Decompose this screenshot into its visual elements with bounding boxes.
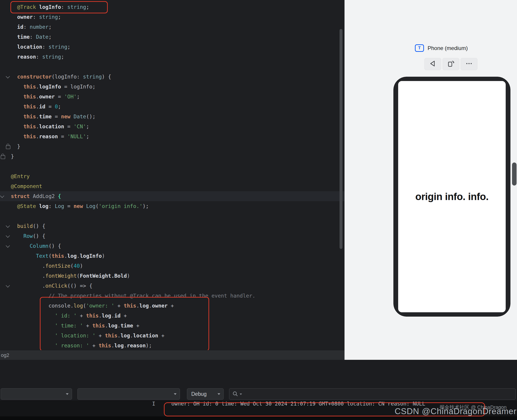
code-line[interactable]: ' location: ' + this.log.location +	[0, 331, 344, 341]
code-line[interactable]: // The properties without @Track can be …	[0, 291, 344, 301]
code-line[interactable]	[0, 62, 344, 72]
console-output-row[interactable]: I owner: OH id: 0 time: Wed Oct 30 2024 …	[0, 401, 517, 417]
code-line[interactable]: this.time = new Date();	[0, 112, 344, 121]
preview-text[interactable]: origin info. info.	[415, 191, 488, 202]
log-level-combobox[interactable]: Debug	[187, 388, 224, 400]
code-line[interactable]: this.location = 'CN';	[0, 121, 344, 131]
code-editor[interactable]: @Track logInfo: string; owner: string; i…	[0, 0, 344, 350]
fold-chevron-icon[interactable]	[6, 74, 10, 78]
code-line[interactable]: Text(this.log.logInfo)	[0, 251, 344, 261]
code-line[interactable]: Column() {	[0, 241, 344, 251]
code-line[interactable]: Row() {	[0, 231, 344, 241]
code-line[interactable]: reason: string;	[0, 52, 344, 62]
log-level-value: Debug	[191, 389, 207, 399]
code-line[interactable]: constructor(logInfo: string) {	[0, 72, 344, 82]
code-line[interactable]: .fontWeight(FontWeight.Bold)	[0, 271, 344, 281]
bottom-edge	[0, 416, 517, 420]
log-level-badge: I	[152, 401, 155, 407]
code-line[interactable]: console.log('owner: ' + this.log.owner +	[0, 301, 344, 311]
device-type-icon: T	[415, 44, 424, 52]
code-line[interactable]: }	[0, 151, 344, 161]
code-line[interactable]: .onClick(() => {	[0, 281, 344, 291]
log-search-field[interactable]	[229, 388, 516, 400]
code-line[interactable]: this.reason = 'NULL';	[0, 131, 344, 142]
editor-scrollbar[interactable]	[340, 29, 342, 249]
previewer-panel: T Phone (medium) origin info. info.	[344, 0, 517, 360]
code-line[interactable]: this.id = 0;	[0, 102, 344, 112]
config-combobox-2[interactable]	[77, 388, 180, 400]
device-label: Phone (medium)	[428, 44, 468, 52]
editor-gutter	[0, 0, 11, 350]
back-button[interactable]	[425, 58, 441, 70]
watermark-csdn: CSDN @ChinaDragonDreamer	[395, 407, 517, 416]
code-line[interactable]: ' reason: ' + this.log.reason);	[0, 341, 344, 350]
code-line[interactable]: ' time: ' + this.log.time +	[0, 321, 344, 331]
debug-tool-window: Debug I owner: OH id: 0 time: Wed Oct 30…	[0, 360, 517, 420]
code-line[interactable]: owner: string;	[0, 12, 344, 22]
debug-tab-strip: og2	[0, 350, 344, 360]
fold-chevron-icon[interactable]	[6, 243, 10, 248]
code-line[interactable]: location: string;	[0, 42, 344, 52]
code-line[interactable]: @Component	[0, 181, 344, 191]
previewer-scrollbar[interactable]	[512, 163, 517, 186]
ide-window: @Track logInfo: string; owner: string; i…	[0, 0, 517, 420]
code-line[interactable]: @State log: Log = new Log('origin info.'…	[0, 201, 344, 211]
fold-chevron-icon[interactable]	[6, 283, 10, 287]
console-log-text: owner: OH id: 0 time: Wed Oct 30 2024 21…	[171, 401, 425, 407]
code-line[interactable]: this.logInfo = logInfo;	[0, 82, 344, 92]
code-line[interactable]: .fontSize(40)	[0, 261, 344, 271]
code-line[interactable]: id: number;	[0, 22, 344, 32]
search-icon	[232, 391, 238, 398]
fold-chevron-icon[interactable]	[0, 194, 4, 198]
code-line[interactable]: ' id: ' + this.log.id +	[0, 311, 344, 321]
code-line[interactable]: }	[0, 142, 344, 151]
tab-addlog2[interactable]: og2	[1, 350, 9, 360]
chevron-down-icon	[66, 393, 68, 395]
chevron-down-icon	[174, 393, 176, 395]
code-line[interactable]	[0, 211, 344, 221]
code-line[interactable]: build() {	[0, 221, 344, 231]
fold-lock-icon[interactable]	[6, 145, 10, 149]
previewer-toolbar	[425, 58, 477, 70]
more-options-icon	[465, 60, 473, 68]
phone-frame: origin info. info.	[393, 77, 510, 317]
config-combobox-1[interactable]	[1, 388, 72, 400]
more-options-button[interactable]	[461, 58, 477, 70]
rotate-device-icon	[447, 60, 455, 68]
back-icon	[429, 60, 437, 68]
fold-lock-icon[interactable]	[1, 155, 5, 159]
rotate-device-button[interactable]	[442, 58, 459, 70]
code-line[interactable]: struct AddLog2 {	[0, 191, 344, 201]
fold-chevron-icon[interactable]	[6, 224, 10, 228]
chevron-down-icon	[218, 393, 220, 395]
code-line[interactable]: this.owner = 'OH';	[0, 92, 344, 102]
fold-chevron-icon[interactable]	[6, 233, 10, 238]
code-line[interactable]: time: Date;	[0, 32, 344, 42]
chevron-down-icon	[240, 394, 242, 395]
code-line[interactable]: @Track logInfo: string;	[0, 2, 344, 12]
code-lines: @Track logInfo: string; owner: string; i…	[0, 2, 344, 350]
phone-screen: origin info. info.	[398, 81, 506, 312]
code-line[interactable]	[0, 161, 344, 171]
code-line[interactable]: @Entry	[0, 171, 344, 181]
